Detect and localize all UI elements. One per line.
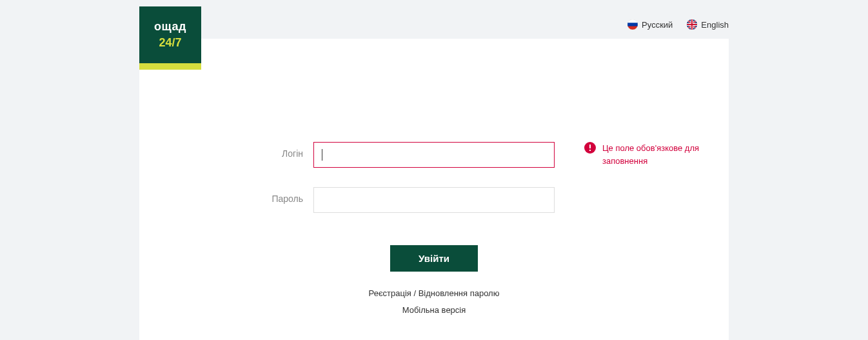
login-panel: Логін Це поле обов'язкове для заповнення… [139, 39, 729, 340]
logo-sub-text: 24/7 [159, 36, 181, 50]
svg-rect-7 [589, 150, 591, 151]
mobile-version-link[interactable]: Мобільна версія [402, 305, 466, 315]
logo[interactable]: ощад 24/7 [139, 6, 201, 70]
register-recover-link[interactable]: Реєстрація / Відновлення паролю [369, 288, 500, 298]
lang-english-label: English [701, 20, 729, 30]
links-block: Реєстрація / Відновлення паролю Мобільна… [139, 285, 729, 317]
russia-flag-icon [627, 19, 638, 30]
login-label: Логін [139, 142, 313, 159]
login-error-text: Це поле обов'язкове для заповнення [602, 142, 700, 167]
login-input[interactable] [313, 142, 555, 168]
logo-underline [139, 63, 201, 70]
lang-russian[interactable]: Русский [627, 19, 673, 30]
svg-rect-1 [627, 23, 638, 26]
error-icon [584, 142, 596, 156]
lang-russian-label: Русский [642, 20, 673, 30]
logo-brand-text: ощад [154, 20, 186, 34]
submit-button[interactable]: Увійти [390, 245, 478, 272]
password-row: Пароль [139, 187, 729, 213]
language-switcher: Русский English [627, 19, 729, 30]
text-caret [322, 149, 322, 161]
uk-flag-icon [687, 19, 697, 30]
header-bar: ощад 24/7 Русский [0, 0, 868, 39]
login-row: Логін Це поле обов'язкове для заповнення [139, 142, 729, 168]
password-input[interactable] [313, 187, 555, 213]
svg-rect-6 [589, 145, 591, 148]
login-error: Це поле обов'язкове для заповнення [584, 142, 700, 167]
lang-english[interactable]: English [687, 19, 729, 30]
login-form: Логін Це поле обов'язкове для заповнення… [139, 142, 729, 317]
password-label: Пароль [139, 187, 313, 204]
